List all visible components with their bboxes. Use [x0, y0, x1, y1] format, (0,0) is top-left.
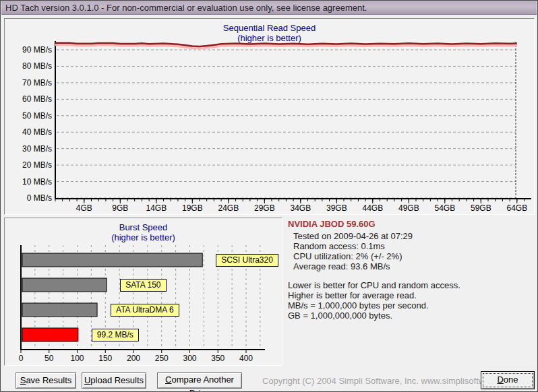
- copyright-text: Copyright (C) 2004 Simpli Software, Inc.…: [262, 376, 478, 386]
- window-titlebar[interactable]: HD Tach version 3.0.1.0 - For non-commer…: [1, 1, 537, 15]
- y-tick-label: 60 MB/s: [5, 94, 52, 104]
- info-note-line: Lower is better for CPU and random acces…: [288, 280, 533, 290]
- y-tick-label: 10 MB/s: [5, 177, 52, 187]
- x-tick-label: 49GB: [394, 203, 423, 213]
- done-button[interactable]: Done: [481, 371, 535, 389]
- y-tick-label: 30 MB/s: [5, 144, 52, 154]
- drive-detail-line: Random access: 0.1ms: [288, 241, 533, 251]
- burst-x-tick-label: 250: [147, 354, 177, 363]
- bar-label: 99.2 MB/s: [92, 329, 139, 341]
- drive-details: Tested on 2009-04-26 at 07:29Random acce…: [288, 231, 533, 271]
- upload-results-button[interactable]: Upload Results: [82, 372, 146, 389]
- x-tick-label: 39GB: [322, 203, 351, 213]
- drive-name: NVIDIA JBOD 59.60G: [288, 219, 533, 229]
- sequential-read-chart: [5, 19, 534, 217]
- burst-x-tick-label: 350: [203, 354, 233, 363]
- y-tick-label: 50 MB/s: [5, 111, 52, 121]
- bar-label: SCSI Ultra320: [216, 254, 278, 267]
- y-tick-label: 90 MB/s: [5, 45, 52, 55]
- window-title: HD Tach version 3.0.1.0 - For non-commer…: [5, 3, 367, 13]
- y-tick-label: 0 MB/s: [5, 193, 52, 203]
- save-results-label: Save Results: [16, 374, 76, 387]
- x-tick-label: 54GB: [430, 203, 460, 213]
- x-tick-label: 44GB: [358, 203, 388, 213]
- drive-detail-line: CPU utilization: 2% (+/- 2%): [288, 251, 533, 261]
- y-tick-label: 20 MB/s: [5, 160, 52, 170]
- burst-x-tick-label: 150: [90, 354, 120, 363]
- burst-x-tick-label: 300: [175, 354, 205, 363]
- compare-another-drive-label: Compare Another Drive: [158, 373, 241, 392]
- x-tick-label: 24GB: [214, 203, 243, 213]
- y-tick-label: 40 MB/s: [5, 127, 52, 137]
- x-tick-label: 59GB: [466, 203, 496, 213]
- burst-x-tick-label: 0: [6, 354, 36, 363]
- y-tick-label: 70 MB/s: [5, 78, 52, 88]
- drive-detail-line: Tested on 2009-04-26 at 07:29: [288, 231, 533, 241]
- bar-label: SATA 150: [120, 279, 166, 292]
- drive-detail-line: Average read: 93.6 MB/s: [288, 261, 533, 271]
- upload-results-label: Upload Results: [82, 374, 146, 387]
- done-focus-rect: Done: [483, 373, 533, 387]
- x-tick-label: 9GB: [105, 203, 135, 213]
- y-tick-label: 80 MB/s: [5, 61, 52, 71]
- burst-x-tick-label: 400: [231, 354, 261, 363]
- info-note-line: Higher is better for average read.: [288, 290, 533, 300]
- sequential-read-panel: Sequential Read Speed (higher is better)…: [4, 18, 535, 215]
- x-tick-label: 4GB: [69, 203, 99, 213]
- hdtach-window: { "window": { "title": "HD Tach version …: [0, 0, 538, 392]
- compare-another-drive-button[interactable]: Compare Another Drive: [157, 372, 242, 389]
- info-notes: Lower is better for CPU and random acces…: [288, 280, 533, 321]
- info-note-line: GB = 1,000,000,000 bytes.: [288, 311, 533, 321]
- burst-speed-chart: [5, 218, 282, 368]
- bar-label: ATA UltraDMA 6: [111, 304, 179, 317]
- done-label: Done: [483, 374, 532, 385]
- x-tick-label: 34GB: [286, 203, 316, 213]
- x-tick-label: 19GB: [177, 203, 207, 213]
- x-tick-label: 29GB: [249, 203, 279, 213]
- info-note-line: MB/s = 1,000,000 bytes per second.: [288, 300, 533, 311]
- burst-x-tick-label: 100: [63, 354, 92, 363]
- burst-x-tick-label: 200: [119, 354, 148, 363]
- burst-x-tick-label: 50: [34, 354, 64, 363]
- burst-speed-panel: Burst Speed (higher is better) 050100150…: [4, 218, 282, 366]
- save-results-button[interactable]: Save Results: [16, 372, 76, 389]
- x-tick-label: 14GB: [142, 203, 171, 213]
- x-tick-label: 64GB: [502, 203, 532, 213]
- drive-info-panel: NVIDIA JBOD 59.60G Tested on 2009-04-26 …: [288, 219, 533, 366]
